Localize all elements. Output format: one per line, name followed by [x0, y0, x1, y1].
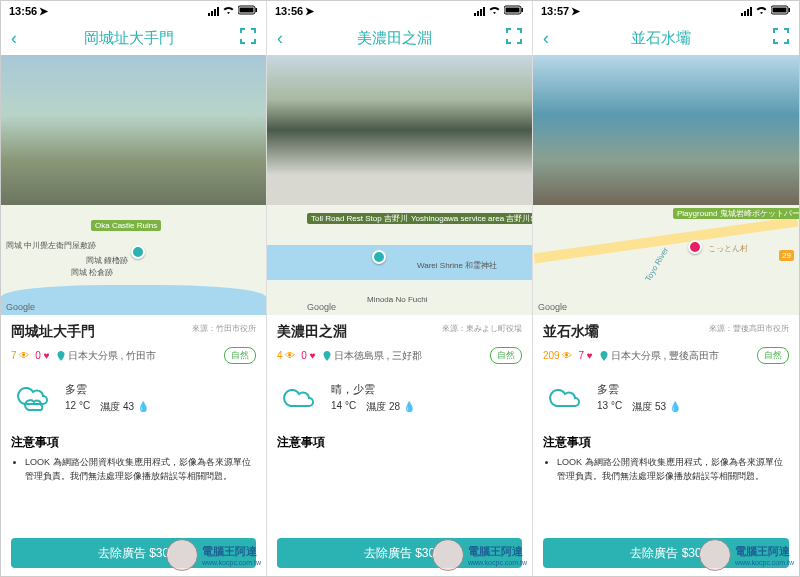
map-poi-label: Warei Shrine 和霊神社 [417, 260, 497, 271]
svg-rect-4 [506, 8, 520, 13]
map-view[interactable]: Playground 鬼城岩峰ポケットパーク こっとん村 29 Toyo Riv… [533, 205, 799, 315]
signal-icon [208, 7, 219, 16]
svg-rect-8 [789, 8, 791, 12]
cloud-icon [543, 376, 587, 420]
wifi-icon [488, 5, 501, 17]
map-pin-icon [688, 240, 702, 254]
fullscreen-button[interactable] [773, 28, 789, 48]
note-item: LOOK 為網路公開資料收集應用程式，影像為各來源單位管理負責。我們無法處理影像… [25, 456, 256, 483]
svg-rect-5 [522, 8, 524, 12]
map-poi-label: Yoshinogawa service area 吉野川SA (下り) [407, 213, 533, 224]
remove-ads-button[interactable]: 去除廣告 $30 [543, 538, 789, 568]
google-attribution: Google [538, 302, 567, 312]
like-count: 0 ♥ [301, 350, 315, 361]
notes-heading: 注意事項 [543, 434, 789, 451]
category-tag: 自然 [490, 347, 522, 364]
google-attribution: Google [6, 302, 35, 312]
svg-rect-1 [240, 8, 254, 13]
status-bar: 13:57➤ [533, 1, 799, 21]
map-poi-label: 岡城 中川覺左衛門屋敷跡 [6, 240, 96, 251]
camera-photo[interactable] [533, 55, 799, 205]
notes-heading: 注意事項 [11, 434, 256, 451]
back-button[interactable]: ‹ [543, 28, 549, 49]
nav-bar: ‹ 美濃田之淵 [267, 21, 532, 55]
weather-humidity: 濕度 53 💧 [632, 400, 681, 414]
cloud-icon [11, 376, 55, 420]
screen-1: 13:56 ➤ ‹ 岡城址大手門 Oka Castle Ruins 岡城 中川覺… [1, 1, 267, 576]
screen-2: 13:56➤ ‹ 美濃田之淵 Toll Road Rest Stop 吉野川ハイ… [267, 1, 533, 576]
wifi-icon [755, 5, 768, 17]
view-count: 4 👁 [277, 350, 295, 361]
location-arrow-icon: ➤ [305, 5, 314, 18]
weather-condition: 晴，少雲 [331, 382, 415, 397]
weather-widget: 多雲 12 °C 濕度 43 💧 [11, 372, 256, 424]
category-tag: 自然 [757, 347, 789, 364]
map-poi-label: Oka Castle Ruins [91, 220, 161, 231]
like-count: 0 ♥ [35, 350, 49, 361]
battery-icon [771, 5, 791, 17]
page-title: 美濃田之淵 [357, 29, 432, 48]
source-label: 來源：竹田市役所 [192, 323, 256, 334]
category-tag: 自然 [224, 347, 256, 364]
battery-icon [238, 5, 258, 17]
weather-humidity: 濕度 28 💧 [366, 400, 415, 414]
weather-temp: 13 °C [597, 400, 622, 414]
nav-bar: ‹ 並石水壩 [533, 21, 799, 55]
map-poi-label: 岡城 鐘櫓跡 [86, 255, 128, 266]
fullscreen-button[interactable] [240, 28, 256, 48]
back-button[interactable]: ‹ [11, 28, 17, 49]
address-label: 日本徳島県 , 三好郡 [322, 349, 422, 363]
notes-list: LOOK 為網路公開資料收集應用程式，影像為各來源單位管理負責。我們無法處理影像… [11, 456, 256, 483]
info-panel: 岡城址大手門 來源：竹田市役所 7 👁 0 ♥ 日本大分県 , 竹田市 自然 多… [1, 315, 266, 493]
status-time: 13:57 [541, 5, 569, 17]
notes-heading: 注意事項 [277, 434, 522, 451]
nav-bar: ‹ 岡城址大手門 [1, 21, 266, 55]
address-label: 日本大分県 , 竹田市 [56, 349, 156, 363]
screen-3: 13:57➤ ‹ 並石水壩 Playground 鬼城岩峰ポケットパーク こっと… [533, 1, 799, 576]
map-poi-label: Minoda No Fuchi [367, 295, 427, 304]
source-label: 來源：豐後高田市役所 [709, 323, 789, 334]
status-bar: 13:56 ➤ [1, 1, 266, 21]
location-arrow-icon: ➤ [571, 5, 580, 18]
map-route-badge: 29 [779, 250, 794, 261]
page-title: 岡城址大手門 [84, 29, 174, 48]
source-label: 來源：東みよし町役場 [442, 323, 522, 334]
back-button[interactable]: ‹ [277, 28, 283, 49]
status-time: 13:56 [9, 5, 37, 17]
svg-rect-2 [256, 8, 258, 12]
location-name: 並石水壩 [543, 323, 599, 341]
view-count: 209 👁 [543, 350, 572, 361]
camera-photo[interactable] [267, 55, 532, 205]
signal-icon [474, 7, 485, 16]
camera-photo[interactable] [1, 55, 266, 205]
fullscreen-button[interactable] [506, 28, 522, 48]
weather-widget: 多雲 13 °C 濕度 53 💧 [543, 372, 789, 424]
weather-condition: 多雲 [65, 382, 149, 397]
location-name: 岡城址大手門 [11, 323, 95, 341]
weather-widget: 晴，少雲 14 °C 濕度 28 💧 [277, 372, 522, 424]
view-count: 7 👁 [11, 350, 29, 361]
map-poi-label: Playground 鬼城岩峰ポケットパーク [673, 208, 799, 219]
status-bar: 13:56➤ [267, 1, 532, 21]
info-panel: 美濃田之淵 來源：東みよし町役場 4 👁 0 ♥ 日本徳島県 , 三好郡 自然 … [267, 315, 532, 464]
signal-icon [741, 7, 752, 16]
notes-list: LOOK 為網路公開資料收集應用程式，影像為各來源單位管理負責。我們無法處理影像… [543, 456, 789, 483]
status-time: 13:56 [275, 5, 303, 17]
wifi-icon [222, 5, 235, 17]
remove-ads-button[interactable]: 去除廣告 $30 [11, 538, 256, 568]
svg-rect-7 [773, 8, 787, 13]
remove-ads-button[interactable]: 去除廣告 $30 [277, 538, 522, 568]
weather-humidity: 濕度 43 💧 [100, 400, 149, 414]
map-view[interactable]: Toll Road Rest Stop 吉野川ハイウェイオアシス Yoshino… [267, 205, 532, 315]
map-poi-label: こっとん村 [708, 243, 748, 254]
page-title: 並石水壩 [631, 29, 691, 48]
info-panel: 並石水壩 來源：豐後高田市役所 209 👁 7 ♥ 日本大分県 , 豐後高田市 … [533, 315, 799, 493]
address-label: 日本大分県 , 豐後高田市 [599, 349, 719, 363]
weather-condition: 多雲 [597, 382, 681, 397]
battery-icon [504, 5, 524, 17]
map-pin-icon [131, 245, 145, 259]
map-river-label: Toyo River [644, 246, 671, 283]
google-attribution: Google [307, 302, 336, 312]
map-view[interactable]: Oka Castle Ruins 岡城 中川覺左衛門屋敷跡 岡城 鐘櫓跡 岡城 … [1, 205, 266, 315]
location-arrow-icon: ➤ [39, 5, 48, 18]
